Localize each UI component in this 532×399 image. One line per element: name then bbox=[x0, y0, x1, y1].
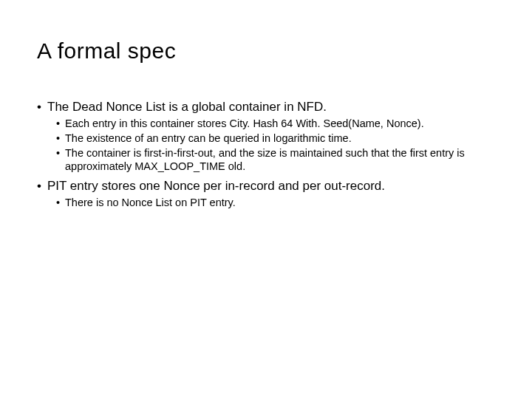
bullet-level1: The Dead Nonce List is a global containe… bbox=[37, 99, 495, 115]
bullet-level2: Each entry in this container stores City… bbox=[37, 117, 495, 130]
bullet-level2: The container is first-in-first-out, and… bbox=[37, 146, 495, 173]
bullet-level1: PIT entry stores one Nonce per in-record… bbox=[37, 178, 495, 194]
slide-title: A formal spec bbox=[37, 38, 495, 64]
bullet-level2: The existence of an entry can be queried… bbox=[37, 132, 495, 145]
bullet-level2: There is no Nonce List on PIT entry. bbox=[37, 196, 495, 209]
slide: A formal spec The Dead Nonce List is a g… bbox=[0, 0, 532, 399]
bullet-block-1: The Dead Nonce List is a global containe… bbox=[37, 99, 495, 174]
bullet-block-2: PIT entry stores one Nonce per in-record… bbox=[37, 178, 495, 209]
